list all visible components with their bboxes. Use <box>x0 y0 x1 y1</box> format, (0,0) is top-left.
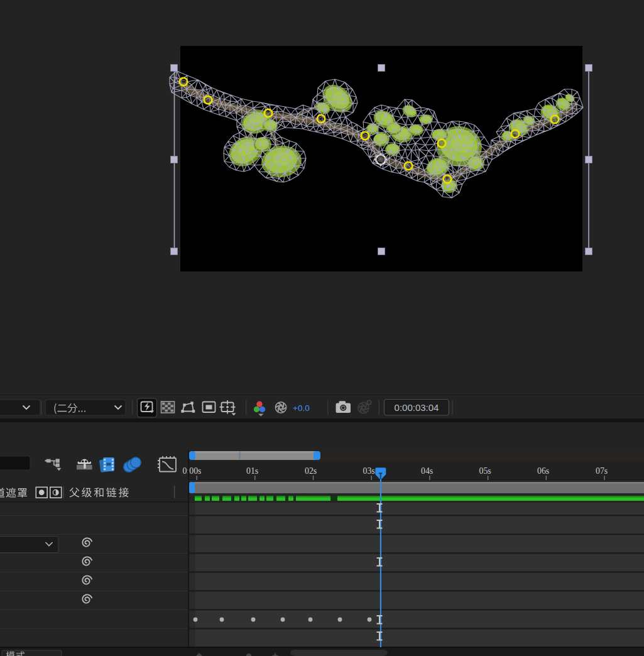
svg-text:04s: 04s <box>421 466 433 476</box>
svg-text:05s: 05s <box>479 466 491 476</box>
svg-text:03s: 03s <box>363 466 375 476</box>
svg-text:0:00s: 0:00s <box>183 466 202 476</box>
svg-text:02s: 02s <box>305 466 317 476</box>
svg-text:01s: 01s <box>246 466 258 476</box>
svg-text:+0.0: +0.0 <box>293 403 310 413</box>
svg-text:06s: 06s <box>537 466 549 476</box>
svg-text:07s: 07s <box>596 466 608 476</box>
svg-text:0:00:03:04: 0:00:03:04 <box>395 402 439 413</box>
